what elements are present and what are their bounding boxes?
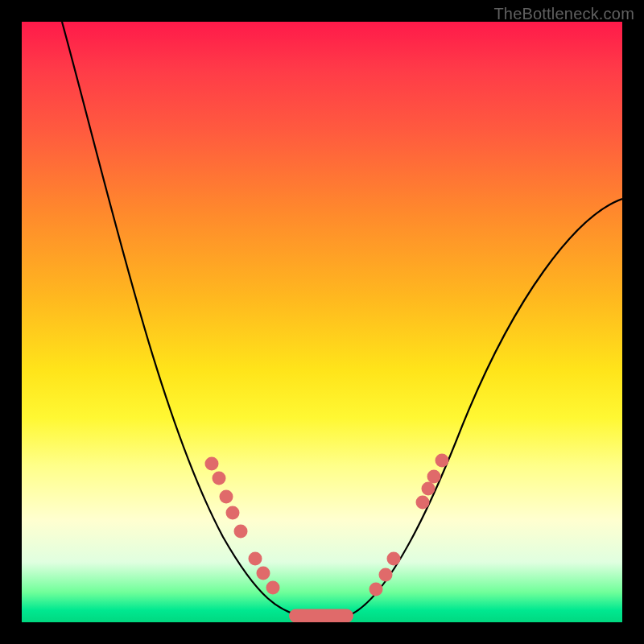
bottleneck-curve <box>22 22 622 622</box>
marker-left-2 <box>220 490 233 504</box>
marker-right-6 <box>436 454 449 468</box>
marker-left-4 <box>234 525 248 539</box>
marker-left-5 <box>249 552 262 566</box>
marker-left-0 <box>205 457 219 471</box>
marker-right-2 <box>387 552 401 566</box>
marker-left-3 <box>226 506 240 520</box>
watermark-text: TheBottleneck.com <box>493 5 634 23</box>
marker-left-1 <box>213 472 226 485</box>
curve-path <box>62 22 622 617</box>
marker-right-3 <box>416 496 430 510</box>
marker-left-7 <box>266 581 280 595</box>
marker-right-4 <box>422 482 436 496</box>
marker-left-6 <box>257 567 270 580</box>
marker-right-1 <box>379 568 393 582</box>
marker-right-0 <box>369 583 383 597</box>
marker-flat-segment <box>289 609 353 623</box>
marker-right-5 <box>427 470 441 484</box>
chart-plot-area <box>22 22 622 622</box>
